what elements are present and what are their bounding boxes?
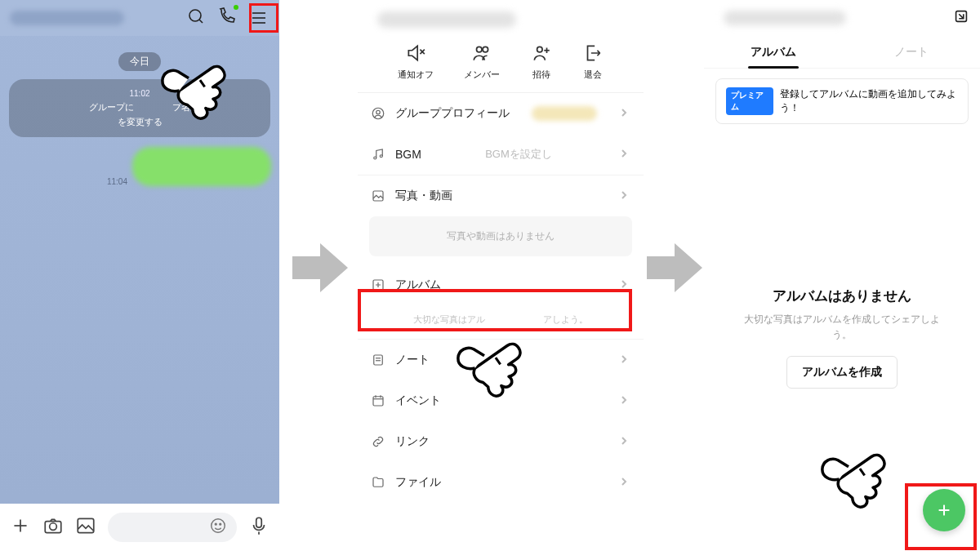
members-action[interactable]: メンバー bbox=[464, 42, 500, 81]
chevron-right-icon bbox=[619, 189, 629, 202]
chevron-right-icon bbox=[619, 353, 629, 367]
album-tabs: アルバム ノート bbox=[704, 36, 980, 69]
search-icon[interactable] bbox=[186, 7, 206, 29]
svg-line-1 bbox=[199, 20, 203, 23]
invite-action[interactable]: 招待 bbox=[531, 42, 552, 81]
svg-point-12 bbox=[220, 523, 221, 525]
row-link[interactable]: リンク bbox=[358, 421, 644, 462]
message-time: 11:04 bbox=[107, 177, 127, 186]
empty-title: アルバムはありません bbox=[773, 287, 911, 305]
svg-point-16 bbox=[477, 47, 483, 52]
highlight-menu bbox=[249, 3, 278, 33]
row-group-profile[interactable]: グループプロフィール bbox=[358, 93, 644, 134]
pointing-hand-icon bbox=[815, 423, 913, 521]
svg-rect-30 bbox=[373, 397, 383, 406]
highlight-fab bbox=[905, 483, 977, 550]
chat-header bbox=[0, 0, 279, 36]
chevron-right-icon bbox=[619, 148, 629, 161]
chevron-right-icon bbox=[619, 394, 629, 407]
chevron-right-icon bbox=[619, 435, 629, 448]
svg-point-24 bbox=[380, 155, 382, 158]
popout-icon[interactable] bbox=[952, 7, 970, 29]
svg-point-17 bbox=[483, 47, 488, 52]
svg-rect-13 bbox=[256, 518, 262, 527]
promo-text: 登録してアルバムに動画を追加してみよう！ bbox=[780, 87, 958, 115]
tab-note[interactable]: ノート bbox=[842, 36, 980, 68]
bgm-hint: BGMを設定し bbox=[485, 147, 555, 162]
tab-album[interactable]: アルバム bbox=[704, 36, 842, 68]
create-album-button[interactable]: アルバムを作成 bbox=[786, 356, 898, 389]
photos-empty: 写真や動画はありません bbox=[369, 216, 632, 256]
svg-rect-9 bbox=[78, 518, 94, 532]
svg-point-18 bbox=[537, 47, 542, 52]
group-menu-screen: 通知オフ メンバー 招待 退会 グループプロフィール bbox=[358, 0, 644, 551]
svg-point-22 bbox=[376, 110, 381, 114]
chat-title-blurred bbox=[10, 11, 124, 25]
svg-point-0 bbox=[189, 10, 201, 21]
message-input[interactable] bbox=[108, 513, 237, 542]
camera-icon[interactable] bbox=[42, 515, 64, 540]
chevron-right-icon bbox=[619, 107, 629, 120]
row-photos[interactable]: 写真・動画 bbox=[358, 176, 644, 216]
gallery-icon[interactable] bbox=[75, 515, 96, 540]
premium-badge: プレミアム bbox=[726, 87, 773, 115]
mic-icon[interactable] bbox=[248, 515, 270, 540]
svg-point-11 bbox=[215, 523, 216, 525]
album-title-blurred bbox=[724, 11, 846, 25]
mute-action[interactable]: 通知オフ bbox=[398, 42, 434, 81]
svg-point-23 bbox=[374, 157, 376, 159]
status-dot-icon bbox=[234, 5, 238, 10]
row-bgm[interactable]: BGM BGMを設定し bbox=[358, 134, 644, 175]
premium-promo[interactable]: プレミアム 登録してアルバムに動画を追加してみよう！ bbox=[715, 78, 969, 124]
row-file[interactable]: ファイル bbox=[358, 462, 644, 503]
svg-point-10 bbox=[212, 519, 225, 533]
empty-body: 大切な写真はアルバムを作成してシェアしよう。 bbox=[737, 312, 947, 343]
group-title-blurred bbox=[377, 11, 516, 28]
chat-input-bar bbox=[0, 504, 279, 551]
pointing-hand-icon bbox=[451, 312, 549, 410]
leave-action[interactable]: 退会 bbox=[582, 42, 604, 81]
message-bubble-blurred bbox=[132, 147, 271, 186]
svg-point-8 bbox=[50, 523, 57, 531]
svg-rect-27 bbox=[374, 355, 383, 365]
chevron-right-icon bbox=[619, 476, 629, 489]
profile-value-blurred bbox=[532, 106, 597, 121]
svg-rect-25 bbox=[373, 191, 383, 201]
pointing-hand-icon bbox=[155, 34, 253, 132]
album-header bbox=[704, 0, 980, 36]
arrow-right-icon bbox=[647, 242, 702, 294]
action-row: 通知オフ メンバー 招待 退会 bbox=[358, 28, 644, 92]
call-icon[interactable] bbox=[217, 7, 237, 29]
emoji-icon[interactable] bbox=[209, 517, 227, 538]
plus-icon[interactable] bbox=[10, 515, 31, 540]
arrow-right-icon bbox=[292, 242, 348, 294]
message-row: 11:04 bbox=[0, 137, 279, 186]
